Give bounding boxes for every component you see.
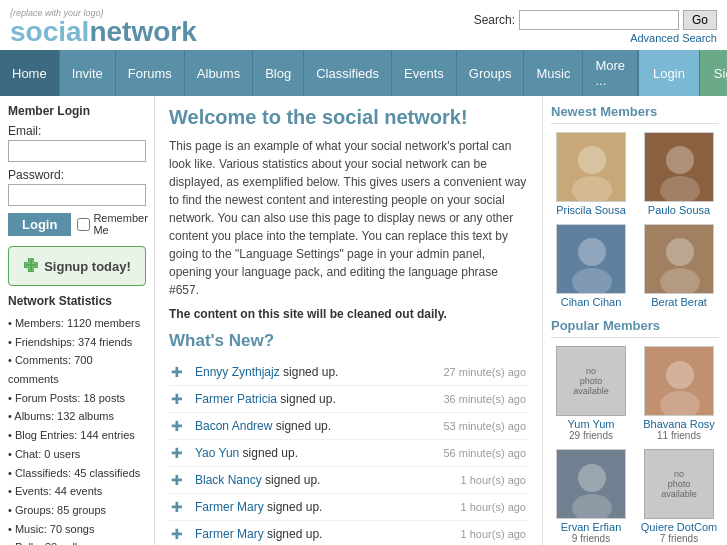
nav-left: Home Invite Forums Albums Blog Classifie… [0,50,638,96]
newest-member-card: Cihan Cihan [551,224,631,308]
nav-item-more[interactable]: More ... [583,50,638,96]
password-label: Password: [8,168,146,182]
member-name-link[interactable]: Paulo Sousa [648,204,710,216]
stats-item: Blog Entries: 144 entries [8,426,146,445]
activity-text: Farmer Mary signed up. [195,500,461,514]
stats-item: Classifieds: 45 classifieds [8,464,146,483]
popular-member-name-link[interactable]: Bhavana Rosy [643,418,715,430]
activity-icon: ✚ [171,364,187,380]
whats-new-title: What's New? [169,331,528,351]
svg-point-16 [578,464,606,492]
popular-member-friends: 29 friends [569,430,613,441]
popular-member-card: Ervan Erfian 9 friends [551,449,631,544]
password-field[interactable] [8,184,146,206]
member-name-link[interactable]: Berat Berat [651,296,707,308]
member-login-title: Member Login [8,104,146,118]
main-content: Welcome to the social network! This page… [155,96,542,545]
logo-text: socialnetwork [10,18,197,46]
activity-item: ✚ Farmer Patricia signed up. 36 minute(s… [169,386,528,413]
svg-point-4 [666,146,694,174]
nav-item-classifieds[interactable]: Classifieds [304,50,392,96]
activity-icon: ✚ [171,418,187,434]
login-button[interactable]: Login [8,213,71,236]
activity-time: 1 hour(s) ago [461,474,526,486]
activity-member-link[interactable]: Yao Yun [195,446,239,460]
activity-member-link[interactable]: Farmer Patricia [195,392,277,406]
nav-item-forums[interactable]: Forums [116,50,185,96]
signup-icon: ✙ [23,255,38,277]
nav-item-blog[interactable]: Blog [253,50,304,96]
stats-item: Music: 70 songs [8,520,146,539]
logo-social: social [10,16,89,47]
member-name-link[interactable]: Priscila Sousa [556,204,626,216]
popular-members-title: Popular Members [551,318,719,338]
activity-icon: ✚ [171,526,187,542]
activity-time: 56 minute(s) ago [443,447,526,459]
svg-point-1 [578,146,606,174]
activity-member-link[interactable]: Farmer Mary [195,527,264,541]
popular-member-friends: 7 friends [660,533,698,544]
email-field[interactable] [8,140,146,162]
nav-item-invite[interactable]: Invite [60,50,116,96]
activity-text: Farmer Mary signed up. [195,527,461,541]
search-row: Search: Go [474,10,717,30]
stats-item: Albums: 132 albums [8,407,146,426]
popular-member-name-link[interactable]: Yum Yum [568,418,615,430]
member-avatar [644,224,714,294]
activity-item: ✚ Bacon Andrew signed up. 53 minute(s) a… [169,413,528,440]
activity-time: 36 minute(s) ago [443,393,526,405]
activity-time: 1 hour(s) ago [461,528,526,540]
nav-item-groups[interactable]: Groups [457,50,525,96]
activity-text: Ennyy Zynthjajz signed up. [195,365,443,379]
search-go-button[interactable]: Go [683,10,717,30]
nav-item-login[interactable]: Login [638,50,699,96]
content-title: Welcome to the social network! [169,106,528,129]
left-sidebar: Member Login Email: Password: Login Reme… [0,96,155,545]
remember-me-checkbox[interactable] [77,218,90,231]
member-name-link[interactable]: Cihan Cihan [561,296,622,308]
activity-item: ✚ Farmer Mary signed up. 1 hour(s) ago [169,494,528,521]
popular-member-card: nophotoavail​able Yum Yum 29 friends [551,346,631,441]
advanced-search-link[interactable]: Advanced Search [630,32,717,44]
nav-right: Login Signup [638,50,727,96]
popular-member-friends: 9 friends [572,533,610,544]
search-label: Search: [474,13,515,27]
search-area: Search: Go Advanced Search [474,10,717,44]
activity-text: Farmer Patricia signed up. [195,392,443,406]
activity-list: ✚ Ennyy Zynthjajz signed up. 27 minute(s… [169,359,528,545]
stats-item: Forum Posts: 18 posts [8,389,146,408]
svg-point-13 [666,361,694,389]
popular-member-name-link[interactable]: Quiere DotCom [641,521,717,533]
popular-member-avatar-placeholder: nophotoavail​able [556,346,626,416]
nav-item-signup[interactable]: Signup [699,50,727,96]
newest-members-grid: Priscila Sousa Paulo Sousa Cihan Cihan [551,132,719,308]
email-label: Email: [8,124,146,138]
activity-icon: ✚ [171,391,187,407]
activity-member-link[interactable]: Farmer Mary [195,500,264,514]
nav-item-music[interactable]: Music [524,50,583,96]
nav-item-home[interactable]: Home [0,50,60,96]
activity-member-link[interactable]: Ennyy Zynthjajz [195,365,280,379]
signup-today-button[interactable]: ✙ Signup today! [8,246,146,286]
popular-member-name-link[interactable]: Ervan Erfian [561,521,622,533]
login-row: Login Remember Me [8,212,146,236]
stats-item: Comments: 700 comments [8,351,146,388]
stats-item: Friendships: 374 friends [8,333,146,352]
nav-item-events[interactable]: Events [392,50,457,96]
activity-time: 1 hour(s) ago [461,501,526,513]
newest-members-title: Newest Members [551,104,719,124]
activity-text: Yao Yun signed up. [195,446,443,460]
logo-network: network [89,16,196,47]
activity-item: ✚ Yao Yun signed up. 56 minute(s) ago [169,440,528,467]
search-input[interactable] [519,10,679,30]
member-avatar [556,132,626,202]
nav-item-albums[interactable]: Albums [185,50,253,96]
popular-members-section: Popular Members nophotoavail​able Yum Yu… [551,318,719,544]
activity-member-link[interactable]: Black Nancy [195,473,262,487]
activity-time: 53 minute(s) ago [443,420,526,432]
activity-icon: ✚ [171,472,187,488]
popular-member-avatar [556,449,626,519]
popular-member-avatar-placeholder: nophotoavail​able [644,449,714,519]
activity-member-link[interactable]: Bacon Andrew [195,419,272,433]
intro-text: This page is an example of what your soc… [169,137,528,299]
